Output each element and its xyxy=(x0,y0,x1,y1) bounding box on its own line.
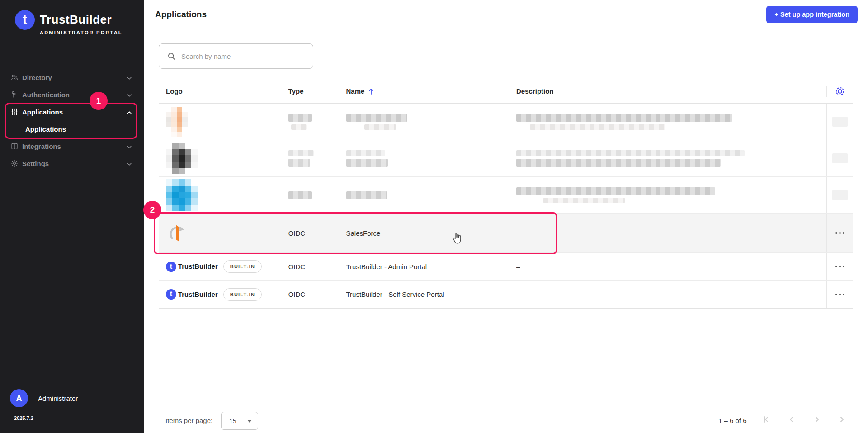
trustbuilder-logo-text: TrustBuilder xyxy=(178,263,218,270)
trustbuilder-app-logo: t TrustBuilder xyxy=(166,262,218,272)
chevron-up-icon xyxy=(127,109,132,114)
auth-flow-icon xyxy=(10,90,19,99)
sidebar-item-applications[interactable]: Applications xyxy=(0,103,144,120)
sort-ascending-icon xyxy=(368,88,374,95)
user-name: Administrator xyxy=(38,395,78,402)
table-row[interactable] xyxy=(159,104,853,140)
sidebar-item-integrations[interactable]: Integrations xyxy=(0,138,144,155)
table-row-salesforce[interactable]: OIDC SalesForce xyxy=(159,214,853,253)
chevron-down-icon xyxy=(127,75,132,80)
applications-table: Logo Type Name Description xyxy=(159,79,853,309)
sidebar-item-settings[interactable]: Settings xyxy=(0,155,144,172)
items-per-page-label: Items per page: xyxy=(165,417,212,424)
column-header-logo[interactable]: Logo xyxy=(159,87,282,95)
row-actions-button[interactable] xyxy=(833,291,847,298)
table-row[interactable] xyxy=(159,140,853,177)
pagination-range-label: 1 – 6 of 6 xyxy=(718,417,747,424)
user-block[interactable]: A Administrator xyxy=(10,389,78,407)
caret-down-icon xyxy=(247,420,252,423)
trustbuilder-logo-text: TrustBuilder xyxy=(178,291,218,298)
redacted-actions xyxy=(832,153,848,163)
sidebar-subitem-applications[interactable]: Applications xyxy=(0,120,144,138)
row-actions-button[interactable] xyxy=(833,229,847,237)
redacted-app-logo xyxy=(166,143,198,174)
ellipsis-icon xyxy=(835,266,837,267)
app-name: SalesForce xyxy=(340,214,510,252)
column-header-name[interactable]: Name xyxy=(340,87,510,95)
sidebar-nav: Directory Authentication Applications xyxy=(0,69,144,172)
sidebar-item-authentication[interactable]: Authentication xyxy=(0,86,144,103)
table-row-self-service-portal[interactable]: t TrustBuilder BUILT-IN OIDC TrustBuilde… xyxy=(159,281,853,308)
app-type: OIDC xyxy=(282,253,340,280)
column-header-description[interactable]: Description xyxy=(509,87,826,95)
sidebar-item-directory[interactable]: Directory xyxy=(0,69,144,86)
redacted-text xyxy=(346,114,407,122)
sidebar-item-label: Directory xyxy=(22,74,52,81)
chevron-down-icon xyxy=(127,143,132,149)
redacted-text xyxy=(516,187,715,195)
version-label: 2025.7.2 xyxy=(14,415,33,421)
column-header-type[interactable]: Type xyxy=(282,87,340,95)
redacted-app-logo xyxy=(166,179,198,211)
redacted-text xyxy=(288,191,312,199)
built-in-badge: BUILT-IN xyxy=(223,288,262,301)
redacted-text xyxy=(516,114,732,122)
pagination-bar: Items per page: 15 1 – 6 of 6 xyxy=(159,409,853,432)
items-per-page-value: 15 xyxy=(229,418,236,425)
redacted-text xyxy=(346,150,385,156)
sidebar-item-label: Authentication xyxy=(22,91,70,99)
trustbuilder-app-logo: t TrustBuilder xyxy=(166,289,218,300)
app-name: TrustBuilder - Admin Portal xyxy=(340,253,510,280)
gear-icon xyxy=(835,86,845,97)
app-description: – xyxy=(509,253,826,280)
next-page-button[interactable] xyxy=(811,413,823,426)
row-actions-button[interactable] xyxy=(833,263,847,270)
items-per-page-select[interactable]: 15 xyxy=(221,412,258,430)
search-box[interactable] xyxy=(159,43,313,69)
redacted-app-logo xyxy=(166,107,188,137)
ellipsis-icon xyxy=(835,232,837,234)
set-up-app-integration-button[interactable]: + Set up app integration xyxy=(766,6,858,23)
app-name: TrustBuilder - Self Service Portal xyxy=(340,281,510,308)
trustbuilder-logo-icon: t xyxy=(166,262,176,272)
search-icon xyxy=(167,52,176,61)
search-input[interactable] xyxy=(181,52,303,60)
brand-name: TrustBuilder xyxy=(40,13,112,27)
trustbuilder-logo-icon: t xyxy=(15,10,35,30)
avatar: A xyxy=(10,389,28,407)
sidebar-subitem-label: Applications xyxy=(25,125,66,133)
book-icon xyxy=(10,142,19,150)
app-type: OIDC xyxy=(282,281,340,308)
first-page-button[interactable] xyxy=(760,413,773,426)
topbar: Applications + Set up app integration xyxy=(144,0,868,29)
page-title: Applications xyxy=(155,10,207,19)
table-row-admin-portal[interactable]: t TrustBuilder BUILT-IN OIDC TrustBuilde… xyxy=(159,253,853,281)
people-icon xyxy=(10,73,19,81)
sidebar-item-label: Settings xyxy=(22,160,49,167)
chevron-down-icon xyxy=(127,161,132,166)
chevron-down-icon xyxy=(127,92,132,97)
brand-subtitle: ADMINISTRATOR PORTAL xyxy=(40,30,123,35)
redacted-actions xyxy=(832,117,848,127)
redacted-text xyxy=(516,150,745,156)
sliders-icon xyxy=(10,108,19,116)
table-settings-button[interactable] xyxy=(826,86,853,97)
redacted-text xyxy=(346,191,387,199)
sidebar: t TrustBuilder ADMINISTRATOR PORTAL Dire… xyxy=(0,0,144,433)
gear-icon xyxy=(10,159,19,167)
trustbuilder-logo-icon: t xyxy=(166,289,176,300)
app-description xyxy=(509,214,826,252)
salesforce-app-logo-icon xyxy=(166,222,189,244)
sidebar-item-label: Applications xyxy=(22,108,63,116)
table-row[interactable] xyxy=(159,177,853,214)
sidebar-item-label: Integrations xyxy=(22,143,61,150)
table-header-row: Logo Type Name Description xyxy=(159,79,853,104)
redacted-text xyxy=(288,114,312,122)
ellipsis-icon xyxy=(835,294,837,295)
previous-page-button[interactable] xyxy=(785,413,798,426)
redacted-text xyxy=(288,150,314,156)
app-type: OIDC xyxy=(282,214,340,252)
last-page-button[interactable] xyxy=(836,413,849,426)
app-description: – xyxy=(509,281,826,308)
built-in-badge: BUILT-IN xyxy=(223,260,262,273)
